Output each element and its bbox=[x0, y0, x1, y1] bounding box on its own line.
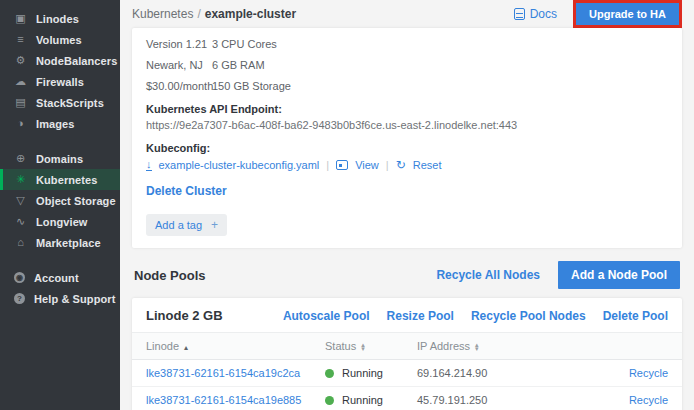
cluster-ram: 6 GB RAM bbox=[212, 59, 406, 71]
pool-header: Linode 2 GB Autoscale Pool Resize Pool R… bbox=[132, 298, 682, 332]
sidebar-item-images[interactable]: ◑ Images bbox=[0, 113, 120, 134]
plus-icon: + bbox=[211, 218, 218, 232]
sidebar-item-label: Marketplace bbox=[36, 237, 101, 249]
sidebar-item-marketplace[interactable]: ⌂ Marketplace bbox=[0, 232, 120, 253]
nodebalancers-icon: ⚙ bbox=[14, 55, 27, 66]
sidebar-item-firewalls[interactable]: ☁ Firewalls bbox=[0, 71, 120, 92]
separator: | bbox=[326, 159, 329, 171]
reset-icon: ↻ bbox=[396, 159, 406, 171]
delete-cluster-link[interactable]: Delete Cluster bbox=[146, 184, 668, 198]
breadcrumb-section[interactable]: Kubernetes bbox=[132, 7, 193, 21]
sidebar-item-label: Help & Support bbox=[34, 293, 115, 305]
column-label: IP Address bbox=[417, 340, 470, 352]
column-label: Linode bbox=[146, 340, 179, 352]
sidebar-item-object-storage[interactable]: ▽ Object Storage bbox=[0, 190, 120, 211]
annotation-highlight: Upgrade to HA bbox=[573, 0, 682, 28]
kubeconfig-label: Kubeconfig: bbox=[146, 142, 668, 154]
sidebar-item-label: Account bbox=[34, 272, 79, 284]
column-header-linode[interactable]: Linode▴ bbox=[132, 333, 325, 360]
sidebar-item-label: Longview bbox=[36, 216, 88, 228]
account-icon: ◉ bbox=[14, 272, 25, 283]
separator: | bbox=[386, 159, 389, 171]
sidebar-item-nodebalancers[interactable]: ⚙ NodeBalancers bbox=[0, 50, 120, 71]
table-row: lke38731-62161-6154ca19e885 Running 45.7… bbox=[132, 387, 682, 410]
kubeconfig-reset-link[interactable]: Reset bbox=[413, 159, 442, 171]
api-endpoint-value: https://9e2a7307-b6ac-408f-ba62-9483b0b3… bbox=[146, 119, 668, 131]
column-header-status[interactable]: Status▴▾ bbox=[325, 333, 417, 360]
sidebar-item-label: Firewalls bbox=[36, 76, 84, 88]
node-pools-title: Node Pools bbox=[134, 268, 436, 283]
sidebar-item-label: Domains bbox=[36, 153, 83, 165]
node-ip: 45.79.191.250 bbox=[417, 387, 582, 410]
pool-name: Linode 2 GB bbox=[146, 308, 283, 323]
docs-icon bbox=[514, 8, 525, 20]
resize-pool-link[interactable]: Resize Pool bbox=[387, 309, 454, 323]
add-tag-button[interactable]: Add a tag + bbox=[146, 214, 227, 236]
sidebar: ▣ Linodes ≡ Volumes ⚙ NodeBalancers ☁ Fi… bbox=[0, 0, 120, 410]
node-link[interactable]: lke38731-62161-6154ca19c2ca bbox=[146, 367, 300, 379]
kubernetes-icon: ✳ bbox=[14, 174, 27, 185]
sidebar-item-stackscripts[interactable]: ▤ StackScripts bbox=[0, 92, 120, 113]
delete-pool-link[interactable]: Delete Pool bbox=[603, 309, 668, 323]
recycle-pool-nodes-link[interactable]: Recycle Pool Nodes bbox=[471, 309, 586, 323]
sidebar-item-label: Object Storage bbox=[36, 195, 116, 207]
stackscripts-icon: ▤ bbox=[14, 97, 27, 108]
status-label: Running bbox=[342, 394, 383, 406]
sidebar-item-label: Kubernetes bbox=[36, 174, 98, 186]
autoscale-pool-link[interactable]: Autoscale Pool bbox=[283, 309, 370, 323]
cluster-summary-grid: Version 1.21 3 CPU Cores Newark, NJ 6 GB… bbox=[146, 38, 406, 92]
kubeconfig-row: ↓ example-cluster-kubeconfig.yaml | View… bbox=[146, 158, 668, 171]
breadcrumb-current: example-cluster bbox=[205, 7, 296, 21]
docs-link[interactable]: Docs bbox=[514, 7, 557, 21]
sidebar-item-longview[interactable]: ∿ Longview bbox=[0, 211, 120, 232]
images-icon: ◑ bbox=[14, 118, 27, 129]
cluster-summary-card: Version 1.21 3 CPU Cores Newark, NJ 6 GB… bbox=[132, 28, 682, 248]
status-running-icon bbox=[325, 369, 334, 378]
sort-icon: ▴▾ bbox=[475, 343, 479, 352]
recycle-node-link[interactable]: Recycle bbox=[629, 367, 668, 379]
recycle-all-nodes-link[interactable]: Recycle All Nodes bbox=[436, 268, 540, 282]
sidebar-item-domains[interactable]: ⊕ Domains bbox=[0, 148, 120, 169]
longview-icon: ∿ bbox=[14, 216, 27, 227]
table-header-row: Linode▴ Status▴▾ IP Address▴▾ bbox=[132, 333, 682, 360]
column-header-actions bbox=[582, 333, 682, 360]
top-bar: Kubernetes/example-cluster Docs Upgrade … bbox=[132, 0, 682, 28]
cluster-cpu: 3 CPU Cores bbox=[212, 38, 406, 50]
sidebar-item-label: Linodes bbox=[36, 13, 79, 25]
sort-icon: ▴▾ bbox=[361, 343, 365, 352]
recycle-node-link[interactable]: Recycle bbox=[629, 394, 668, 406]
firewalls-icon: ☁ bbox=[14, 76, 27, 87]
view-icon bbox=[336, 160, 348, 170]
table-row: lke38731-62161-6154ca19c2ca Running 69.1… bbox=[132, 360, 682, 387]
docs-label: Docs bbox=[530, 7, 557, 21]
api-endpoint-label: Kubernetes API Endpoint: bbox=[146, 103, 668, 115]
status-label: Running bbox=[342, 367, 383, 379]
node-pool-card: Linode 2 GB Autoscale Pool Resize Pool R… bbox=[132, 298, 682, 410]
nodes-table: Linode▴ Status▴▾ IP Address▴▾ lke38731-6… bbox=[132, 332, 682, 410]
linode-icon: ▣ bbox=[14, 13, 27, 24]
node-pools-bar: Node Pools Recycle All Nodes Add a Node … bbox=[134, 261, 680, 289]
node-link[interactable]: lke38731-62161-6154ca19e885 bbox=[146, 394, 301, 406]
add-node-pool-button[interactable]: Add a Node Pool bbox=[558, 261, 680, 289]
sidebar-item-help-support[interactable]: ? Help & Support bbox=[0, 288, 120, 309]
sidebar-group-services: ⊕ Domains ✳ Kubernetes ▽ Object Storage … bbox=[0, 148, 120, 253]
cluster-price: $30.00/month bbox=[146, 80, 212, 92]
sidebar-item-label: Images bbox=[36, 118, 75, 130]
status-running-icon bbox=[325, 396, 334, 405]
domains-icon: ⊕ bbox=[14, 153, 27, 164]
kubeconfig-file-link[interactable]: example-cluster-kubeconfig.yaml bbox=[159, 159, 320, 171]
column-header-ip-address[interactable]: IP Address▴▾ bbox=[417, 333, 582, 360]
cluster-region: Newark, NJ bbox=[146, 59, 212, 71]
sidebar-item-account[interactable]: ◉ Account bbox=[0, 267, 120, 288]
main-content: Kubernetes/example-cluster Docs Upgrade … bbox=[120, 0, 694, 410]
sidebar-item-label: Volumes bbox=[36, 34, 82, 46]
kubeconfig-view-link[interactable]: View bbox=[355, 159, 379, 171]
upgrade-to-ha-button[interactable]: Upgrade to HA bbox=[576, 3, 679, 25]
sidebar-item-label: StackScripts bbox=[36, 97, 104, 109]
sidebar-item-volumes[interactable]: ≡ Volumes bbox=[0, 29, 120, 50]
breadcrumb: Kubernetes/example-cluster bbox=[132, 7, 514, 21]
sidebar-item-linodes[interactable]: ▣ Linodes bbox=[0, 8, 120, 29]
help-icon: ? bbox=[14, 293, 25, 304]
sidebar-item-kubernetes[interactable]: ✳ Kubernetes bbox=[0, 169, 120, 190]
marketplace-icon: ⌂ bbox=[14, 237, 27, 248]
